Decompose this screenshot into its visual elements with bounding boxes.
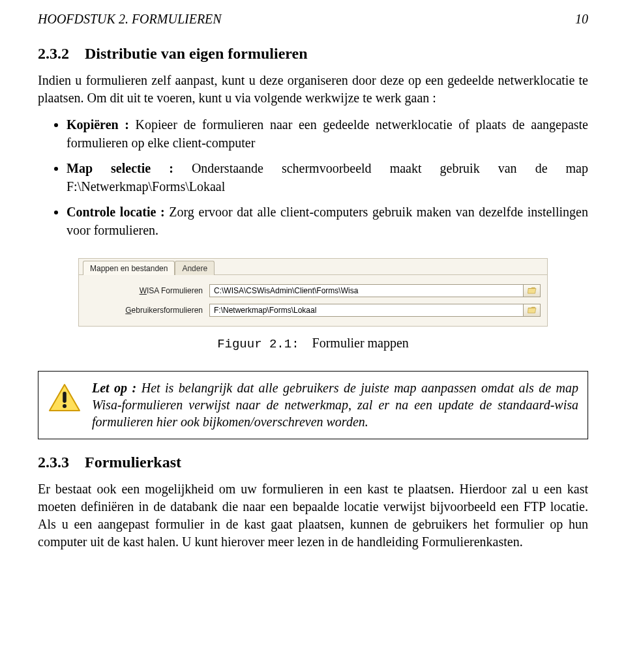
section-232-bullets: Kopiëren : Kopieer de formulieren naar e… [38, 116, 588, 240]
bullet-controle: Controle locatie : Zorg ervoor dat alle … [67, 203, 588, 239]
browse-button-gebruikers[interactable] [524, 304, 541, 317]
settings-panel: WISA Formulieren Gebruikersformulieren [78, 274, 548, 327]
bullet-kopieren-label: Kopiëren : [67, 117, 129, 132]
folder-icon [528, 287, 537, 294]
section-232-heading: 2.3.2 Distributie van eigen formulieren [38, 45, 588, 63]
section-233-body: Er bestaat ook een mogelijkheid om uw fo… [38, 480, 588, 551]
warning-icon [48, 383, 82, 416]
running-header: HOOFDSTUK 2. FORMULIEREN 10 [38, 12, 588, 27]
section-232-number: 2.3.2 [38, 45, 69, 62]
chapter-title: HOOFDSTUK 2. FORMULIEREN [38, 12, 222, 27]
bullet-controle-label: Controle locatie : [67, 205, 165, 219]
section-232-intro: Indien u formulieren zelf aanpast, kunt … [38, 72, 588, 107]
figure-caption-text: Formulier mappen [312, 336, 409, 350]
warning-label: Let op : [92, 381, 136, 395]
warning-text: Let op : Het is belangrijk dat alle gebr… [92, 379, 578, 431]
svg-point-1 [63, 404, 67, 408]
input-wisa-formulieren[interactable] [209, 284, 524, 297]
bullet-mapselectie-label: Map selectie : [67, 161, 173, 175]
tab-bar: Mappen en bestanden Andere [78, 258, 548, 274]
page-number: 10 [575, 12, 588, 27]
bullet-kopieren-text: Kopieer de formulieren naar een gedeelde… [67, 117, 588, 150]
row-gebruikersformulieren: Gebruikersformulieren [85, 304, 541, 317]
section-233-number: 2.3.3 [38, 454, 69, 471]
warning-body: Het is belangrijk dat alle gebruikers de… [92, 381, 578, 430]
label-gebruikersformulieren: Gebruikersformulieren [85, 306, 209, 315]
warning-box: Let op : Het is belangrijk dat alle gebr… [38, 371, 588, 439]
tab-andere[interactable]: Andere [175, 261, 215, 275]
bullet-mapselectie: Map selectie : Onderstaande schermvoorbe… [67, 160, 588, 196]
section-233-heading: 2.3.3 Formulierkast [38, 454, 588, 471]
folder-icon [528, 306, 537, 314]
label-wisa-formulieren: WISA Formulieren [85, 286, 209, 295]
screenshot-panel: Mappen en bestanden Andere WISA Formulie… [78, 258, 548, 327]
row-wisa-formulieren: WISA Formulieren [85, 284, 541, 297]
tab-mappen-en-bestanden[interactable]: Mappen en bestanden [83, 261, 175, 275]
browse-button-wisa[interactable] [524, 284, 541, 297]
bullet-kopieren: Kopiëren : Kopieer de formulieren naar e… [67, 116, 588, 152]
input-gebruikersformulieren[interactable] [209, 304, 524, 317]
figure-caption: Figuur 2.1: Formulier mappen [38, 336, 588, 351]
figure-number: Figuur 2.1: [217, 337, 299, 351]
svg-rect-0 [63, 392, 67, 403]
section-232-title: Distributie van eigen formulieren [85, 45, 308, 62]
section-233-title: Formulierkast [85, 454, 181, 471]
